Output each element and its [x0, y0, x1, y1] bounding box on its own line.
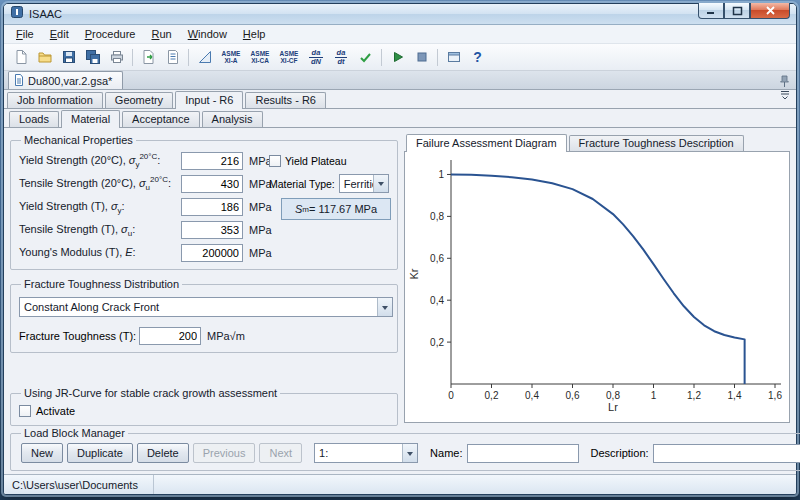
yield-strength-t-input[interactable]: [181, 198, 243, 216]
asme-xi-ca-button[interactable]: ASMEXI-CA: [246, 46, 274, 68]
jr-curve-group: Using JR-Curve for stable crack growth a…: [10, 387, 398, 426]
tab-list-icon[interactable]: [779, 87, 791, 105]
document-tab-bar: Du800,var.2.gsa*: [4, 71, 796, 90]
unit-label: MPa: [249, 224, 272, 236]
svg-text:Kr: Kr: [408, 268, 420, 279]
chevron-down-icon: [377, 298, 392, 316]
titlebar[interactable]: ISAAC: [4, 4, 796, 25]
menu-help[interactable]: Help: [235, 26, 274, 42]
tab-results-r6[interactable]: Results - R6: [245, 92, 326, 108]
menubar: File Edit Procedure Run Window Help: [4, 25, 796, 44]
asme-xi-cf-button[interactable]: ASMEXI-CF: [275, 46, 303, 68]
youngs-modulus-input[interactable]: [181, 244, 243, 262]
svg-text:0,2: 0,2: [485, 390, 499, 401]
close-button[interactable]: [750, 3, 790, 19]
tab-job-information[interactable]: Job Information: [7, 92, 103, 108]
svg-text:0,4: 0,4: [430, 295, 444, 306]
sub-tab-bar: Loads Material Acceptance Analysis: [4, 109, 796, 128]
svg-text:1: 1: [651, 390, 657, 401]
tensile-strength-t-input[interactable]: [181, 221, 243, 239]
svg-text:0,2: 0,2: [430, 337, 444, 348]
geometry-ruler-icon[interactable]: [193, 46, 216, 68]
material-page: Mechanical Properties Yield Strength (20…: [4, 128, 796, 425]
field-label: Tensile Strength (20°C), σu20°C:: [19, 175, 181, 192]
report-document-icon[interactable]: [161, 46, 184, 68]
maximize-button[interactable]: [724, 3, 750, 19]
description-label: Description:: [591, 447, 649, 459]
mechanical-side-column: Yield Plateau Material Type: Ferritic Sm…: [269, 149, 393, 220]
field-label: Tensile Strength (T), σu:: [19, 221, 181, 238]
document-tab[interactable]: Du800,var.2.gsa*: [8, 71, 123, 89]
document-tab-label: Du800,var.2.gsa*: [28, 75, 112, 87]
group-title: Mechanical Properties: [21, 134, 136, 146]
group-title: Fracture Toughness Distribution: [21, 278, 182, 290]
load-block-select[interactable]: 1:: [314, 443, 418, 463]
stop-icon[interactable]: [410, 46, 433, 68]
tab-analysis[interactable]: Analysis: [202, 111, 263, 127]
da-dt-button[interactable]: dadt: [329, 46, 353, 68]
print-icon[interactable]: [105, 46, 128, 68]
tensile-strength-20c-input[interactable]: [181, 175, 243, 193]
distribution-select[interactable]: Constant Along Crack Front: [19, 297, 393, 317]
delete-button[interactable]: Delete: [137, 443, 189, 463]
duplicate-button[interactable]: Duplicate: [67, 443, 133, 463]
open-folder-icon[interactable]: [33, 46, 56, 68]
fracture-toughness-input[interactable]: [139, 327, 201, 345]
new-document-icon[interactable]: [9, 46, 32, 68]
name-input[interactable]: [467, 444, 579, 463]
asme-xi-a-button[interactable]: ASMEXI-A: [217, 46, 245, 68]
help-icon[interactable]: ?: [466, 46, 489, 68]
tab-geometry[interactable]: Geometry: [105, 92, 173, 108]
tab-loads[interactable]: Loads: [9, 111, 59, 127]
toolbar: ASMEXI-A ASMEXI-CA ASMEXI-CF dadN dadt ?: [4, 44, 796, 71]
unit-label: MPa√m: [207, 330, 245, 342]
failure-assessment-diagram: 00,20,40,60,811,21,41,60,20,40,60,81LrKr: [404, 151, 790, 423]
svg-text:0,6: 0,6: [430, 253, 444, 264]
svg-text:0,6: 0,6: [566, 390, 580, 401]
verify-icon[interactable]: [354, 46, 377, 68]
activate-checkbox[interactable]: [19, 405, 31, 417]
run-icon[interactable]: [386, 46, 409, 68]
next-button: Next: [259, 443, 302, 463]
field-label: Yield Strength (20°C), σy20°C:: [19, 152, 181, 169]
toolbar-separator: [188, 49, 189, 66]
tab-material[interactable]: Material: [61, 110, 120, 128]
menu-window[interactable]: Window: [180, 26, 235, 42]
da-dn-button[interactable]: dadN: [304, 46, 328, 68]
tab-input-r6[interactable]: Input - R6: [175, 91, 243, 109]
field-label: Yield Strength (T), σy:: [19, 198, 181, 215]
description-input[interactable]: [653, 444, 800, 463]
tab-fracture-toughness-description[interactable]: Fracture Toughness Description: [569, 135, 744, 151]
chevron-down-icon: [373, 175, 388, 192]
export-document-icon[interactable]: [137, 46, 160, 68]
document-icon: [14, 74, 24, 88]
toolbar-separator: [381, 49, 382, 66]
minimize-button[interactable]: [698, 3, 724, 19]
menu-run[interactable]: Run: [143, 26, 179, 42]
svg-text:Lr: Lr: [608, 401, 618, 413]
tab-acceptance[interactable]: Acceptance: [122, 111, 199, 127]
chevron-down-icon: [402, 444, 417, 462]
mechanical-properties-group: Mechanical Properties Yield Strength (20…: [10, 134, 398, 270]
yield-plateau-checkbox[interactable]: [269, 155, 281, 167]
svg-text:0: 0: [448, 390, 454, 401]
app-icon: [10, 5, 24, 23]
load-block-manager-group: Load Block Manager New Duplicate Delete …: [10, 427, 800, 471]
yield-strength-20c-input[interactable]: [181, 152, 243, 170]
fracture-toughness-group: Fracture Toughness Distribution Constant…: [10, 278, 398, 353]
menu-edit[interactable]: Edit: [42, 26, 77, 42]
save-icon[interactable]: [57, 46, 80, 68]
new-button[interactable]: New: [21, 443, 63, 463]
window-icon[interactable]: [442, 46, 465, 68]
diagram-panel: Failure Assessment Diagram Fracture Toug…: [404, 132, 790, 423]
statusbar: C:\Users\user\Documents: [4, 474, 796, 494]
tab-failure-assessment-diagram[interactable]: Failure Assessment Diagram: [406, 134, 567, 152]
material-type-select[interactable]: Ferritic: [339, 174, 389, 193]
table-row: Young's Modulus (T), E: MPa: [19, 241, 393, 264]
menu-procedure[interactable]: Procedure: [77, 26, 144, 42]
name-label: Name:: [430, 447, 462, 459]
save-all-icon[interactable]: [81, 46, 104, 68]
menu-file[interactable]: File: [8, 26, 42, 42]
fracture-toughness-label: Fracture Toughness (T):: [19, 330, 139, 342]
toolbar-separator: [132, 49, 133, 66]
